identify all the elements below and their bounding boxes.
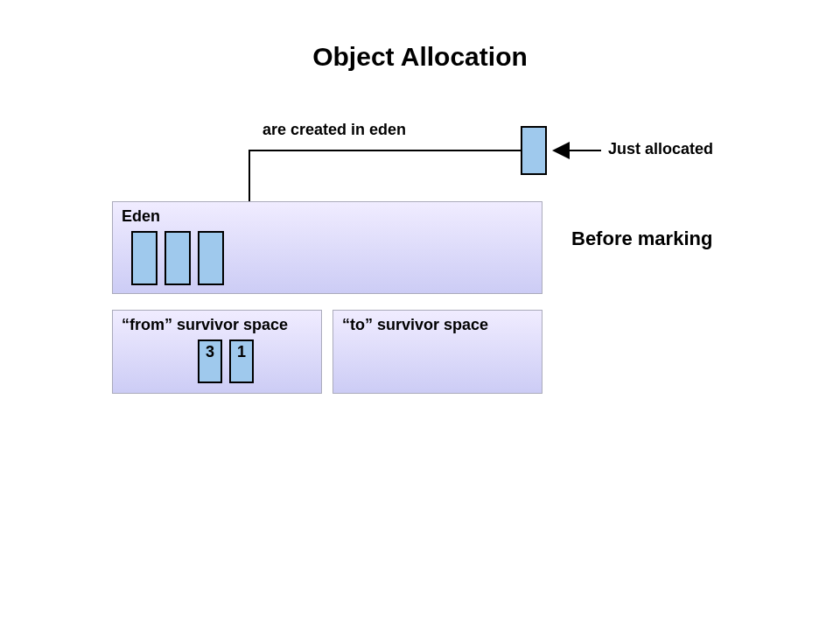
region-from-survivor-title: “from” survivor space	[122, 316, 288, 334]
allocated-object	[521, 126, 547, 175]
from-survivor-object: 3	[198, 340, 222, 383]
object-age: 1	[231, 343, 252, 361]
object-age: 3	[200, 343, 220, 361]
eden-object	[131, 231, 158, 285]
from-survivor-object: 1	[229, 340, 254, 383]
label-just-allocated: Just allocated	[608, 140, 713, 158]
region-to-survivor: “to” survivor space	[332, 310, 542, 394]
label-before-marking: Before marking	[571, 228, 712, 250]
diagram-stage: Object Allocation are created in eden Ju…	[0, 0, 840, 630]
label-created-in-eden: are created in eden	[262, 121, 406, 139]
eden-object	[164, 231, 191, 285]
region-to-survivor-title: “to” survivor space	[342, 316, 488, 334]
region-eden-title: Eden	[122, 207, 160, 226]
diagram-title: Object Allocation	[0, 42, 840, 72]
eden-object	[198, 231, 224, 285]
